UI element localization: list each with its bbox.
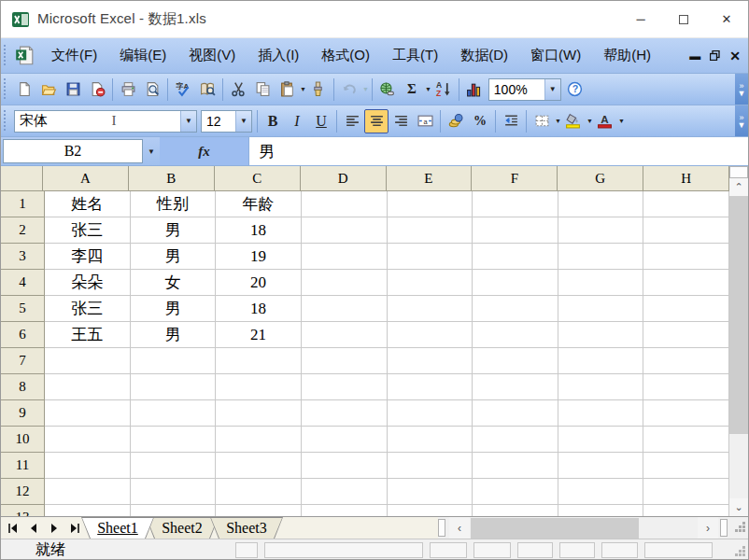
name-box[interactable]: B2 <box>3 139 143 163</box>
menu-tools[interactable]: 工具(T) <box>381 41 449 68</box>
doc-minimize-button[interactable]: ▬ <box>689 50 700 62</box>
open-folder-button[interactable] <box>36 77 61 102</box>
new-document-button[interactable] <box>12 77 36 102</box>
cell-D11[interactable] <box>302 453 388 479</box>
cell-H6[interactable] <box>643 322 729 348</box>
name-box-dropdown[interactable]: ▼ <box>143 137 160 165</box>
cell-B6[interactable]: 男 <box>131 322 217 348</box>
fill-color-button[interactable] <box>561 109 586 133</box>
cell-A11[interactable] <box>45 453 131 479</box>
horizontal-scroll-thumb[interactable] <box>471 518 639 539</box>
toolbar-options-chevron[interactable]: »▼ <box>735 74 748 105</box>
cell-H5[interactable] <box>643 296 729 322</box>
cell-D13[interactable] <box>302 505 388 516</box>
font-name-dropdown-arrow[interactable]: ▼ <box>180 111 196 132</box>
cell-E13[interactable] <box>388 505 473 516</box>
copy-button[interactable] <box>250 77 275 102</box>
cell-B9[interactable] <box>131 400 217 427</box>
paste-dropdown-arrow[interactable]: ▼ <box>300 86 306 92</box>
cell-A2[interactable]: 张三 <box>45 217 131 244</box>
align-right-button[interactable] <box>389 109 413 133</box>
column-header-A[interactable]: A <box>43 166 129 191</box>
zoom-dropdown-arrow[interactable]: ▼ <box>544 79 560 100</box>
align-left-button[interactable] <box>340 109 364 133</box>
cell-E7[interactable] <box>388 348 473 374</box>
vertical-scroll-track[interactable] <box>729 434 748 498</box>
cell-F11[interactable] <box>473 453 558 479</box>
percent-button[interactable]: % <box>468 109 492 133</box>
cell-G12[interactable] <box>558 479 644 505</box>
cell-B5[interactable]: 男 <box>131 296 217 322</box>
cell-G2[interactable] <box>558 217 644 244</box>
row-header-1[interactable]: 1 <box>1 191 45 217</box>
cell-E10[interactable] <box>388 427 473 453</box>
first-sheet-button[interactable] <box>4 520 22 537</box>
menu-window[interactable]: 窗口(W) <box>519 41 592 68</box>
menu-help[interactable]: 帮助(H) <box>592 41 662 68</box>
cell-H8[interactable] <box>643 374 729 400</box>
cell-C9[interactable] <box>216 400 302 427</box>
cell-E2[interactable] <box>388 217 473 244</box>
doc-close-button[interactable]: ✕ <box>729 49 741 63</box>
cell-B11[interactable] <box>131 453 217 479</box>
cell-H9[interactable] <box>643 400 729 427</box>
scroll-right-arrow[interactable]: › <box>698 517 718 539</box>
cell-A3[interactable]: 李四 <box>45 244 131 270</box>
cell-F13[interactable] <box>473 505 558 516</box>
menu-data[interactable]: 数据(D) <box>449 41 519 68</box>
row-header-10[interactable]: 10 <box>1 427 45 453</box>
cell-G6[interactable] <box>558 322 644 348</box>
cell-F10[interactable] <box>473 427 558 453</box>
toolbar-drag-handle[interactable] <box>4 78 8 101</box>
cell-B1[interactable]: 性别 <box>131 191 217 217</box>
italic-button[interactable]: I <box>285 109 309 133</box>
cell-G11[interactable] <box>558 453 644 479</box>
column-header-H[interactable]: H <box>643 166 729 191</box>
cell-D9[interactable] <box>302 400 388 427</box>
formula-input[interactable]: 男 <box>249 137 748 165</box>
cell-H4[interactable] <box>643 270 729 296</box>
cell-F6[interactable] <box>473 322 558 348</box>
next-sheet-button[interactable] <box>45 520 64 537</box>
cell-A9[interactable] <box>45 400 131 427</box>
cell-D2[interactable] <box>302 217 388 244</box>
cell-B7[interactable] <box>131 348 217 374</box>
menu-file[interactable]: 文件(F) <box>40 41 108 68</box>
merge-center-button[interactable]: a <box>413 109 437 133</box>
help-button[interactable]: ? <box>563 77 587 102</box>
cell-G9[interactable] <box>558 400 644 427</box>
column-header-B[interactable]: B <box>129 166 215 191</box>
horizontal-split-handle[interactable] <box>720 519 728 537</box>
sheet-tab-sheet3[interactable]: Sheet3 <box>210 517 283 539</box>
cell-A13[interactable] <box>45 505 131 516</box>
cell-C10[interactable] <box>216 427 302 453</box>
cell-G5[interactable] <box>558 296 644 322</box>
fill-color-dropdown-arrow[interactable]: ▼ <box>586 118 593 124</box>
row-header-9[interactable]: 9 <box>1 400 45 427</box>
cell-D4[interactable] <box>302 270 388 296</box>
cell-G7[interactable] <box>558 348 644 374</box>
row-header-7[interactable]: 7 <box>1 348 45 374</box>
cell-B13[interactable] <box>131 505 217 516</box>
cell-H2[interactable] <box>643 217 729 244</box>
permission-button[interactable] <box>85 77 109 102</box>
underline-button[interactable]: U <box>309 109 333 133</box>
cell-B12[interactable] <box>131 479 217 505</box>
cell-A8[interactable] <box>45 374 131 400</box>
cut-button[interactable] <box>226 77 250 102</box>
cell-A5[interactable]: 张三 <box>45 296 131 322</box>
cell-B3[interactable]: 男 <box>131 244 217 270</box>
autosum-dropdown-arrow[interactable]: ▼ <box>425 86 431 92</box>
cell-E12[interactable] <box>388 479 473 505</box>
cell-G4[interactable] <box>558 270 644 296</box>
cell-A7[interactable] <box>45 348 131 374</box>
save-button[interactable] <box>61 77 85 102</box>
cell-D5[interactable] <box>302 296 388 322</box>
scroll-left-arrow[interactable]: ‹ <box>449 517 470 539</box>
format-painter-button[interactable] <box>306 77 331 102</box>
align-center-button[interactable] <box>364 109 389 133</box>
cell-C5[interactable]: 18 <box>216 296 302 322</box>
cell-F2[interactable] <box>473 217 558 244</box>
cell-F9[interactable] <box>473 400 558 427</box>
sheet-tab-sheet2[interactable]: Sheet2 <box>146 517 219 539</box>
